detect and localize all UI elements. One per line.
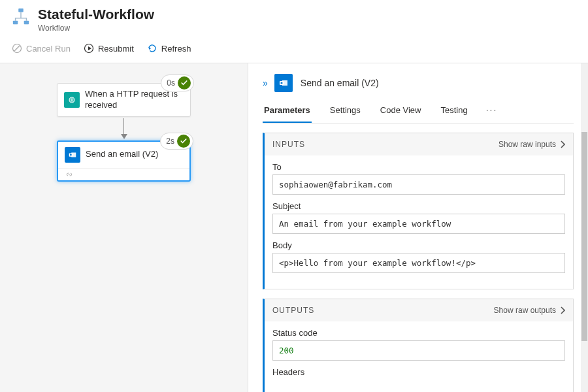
cancel-run-button: Cancel Run bbox=[7, 41, 76, 56]
status-code-value: 200 bbox=[272, 340, 565, 361]
resubmit-icon bbox=[84, 43, 94, 54]
scrollbar-thumb[interactable] bbox=[581, 132, 587, 341]
show-raw-inputs-button[interactable]: Show raw inputs bbox=[498, 140, 565, 149]
status-code-label: Status code bbox=[272, 328, 565, 338]
node-label: Send an email (V2) bbox=[86, 149, 158, 160]
svg-rect-1 bbox=[13, 21, 18, 25]
chevron-right-icon bbox=[560, 306, 565, 314]
cancel-icon bbox=[12, 43, 22, 54]
workflow-icon bbox=[10, 7, 31, 27]
tab-bar: Parameters Settings Code View Testing ··… bbox=[263, 101, 574, 123]
outputs-title: OUTPUTS bbox=[272, 306, 314, 315]
tab-code-view[interactable]: Code View bbox=[379, 101, 423, 123]
action-node-send-email[interactable]: 2s Send an email (V2) bbox=[57, 140, 191, 182]
svg-point-14 bbox=[280, 82, 282, 84]
link-icon bbox=[65, 171, 183, 178]
body-value: <p>Hello from your example workflow!</p> bbox=[272, 253, 565, 273]
refresh-icon bbox=[147, 43, 157, 54]
detail-title: Send an email (V2) bbox=[301, 78, 379, 88]
success-icon bbox=[177, 135, 190, 148]
body-label: Body bbox=[272, 240, 565, 250]
show-raw-outputs-button[interactable]: Show raw outputs bbox=[494, 306, 565, 315]
toolbar: Cancel Run Resubmit Refresh bbox=[0, 37, 588, 63]
tab-testing[interactable]: Testing bbox=[439, 101, 468, 123]
refresh-button[interactable]: Refresh bbox=[142, 41, 197, 56]
outlook-icon bbox=[274, 74, 293, 92]
trigger-node[interactable]: 0s When a HTTP request is received bbox=[57, 83, 191, 117]
page-subtitle: Workflow bbox=[38, 24, 154, 33]
to-value: sophiaowen@fabrikam.com bbox=[272, 174, 565, 195]
svg-rect-0 bbox=[18, 8, 24, 12]
chevron-right-icon bbox=[560, 140, 565, 148]
tab-overflow-icon[interactable]: ··· bbox=[486, 105, 498, 120]
svg-point-11 bbox=[70, 154, 72, 155]
subject-value: An email from your example workflow bbox=[272, 214, 565, 234]
tab-settings[interactable]: Settings bbox=[329, 101, 362, 123]
subject-label: Subject bbox=[272, 201, 565, 211]
node-label: When a HTTP request is received bbox=[85, 89, 184, 111]
scrollbar[interactable] bbox=[581, 63, 588, 392]
outlook-icon bbox=[65, 147, 80, 163]
success-icon bbox=[178, 76, 191, 90]
node-footer bbox=[58, 168, 189, 180]
page-title: Stateful-Workflow bbox=[38, 7, 154, 22]
svg-marker-7 bbox=[149, 47, 151, 50]
status-badge: 2s bbox=[160, 133, 193, 150]
collapse-icon[interactable]: » bbox=[263, 78, 267, 88]
svg-line-4 bbox=[14, 46, 20, 51]
workflow-canvas[interactable]: 0s When a HTTP request is received bbox=[0, 63, 248, 392]
detail-pane: » Send an email (V2) Parameters Settings… bbox=[248, 63, 588, 392]
http-trigger-icon bbox=[64, 92, 80, 108]
svg-rect-2 bbox=[24, 21, 29, 25]
tab-parameters[interactable]: Parameters bbox=[263, 101, 312, 123]
svg-marker-6 bbox=[88, 46, 91, 50]
inputs-panel: INPUTS Show raw inputs To sophiaowen@fab… bbox=[263, 133, 574, 289]
page-header: Stateful-Workflow Workflow bbox=[0, 0, 588, 37]
inputs-title: INPUTS bbox=[272, 140, 305, 149]
to-label: To bbox=[272, 162, 565, 172]
outputs-panel: OUTPUTS Show raw outputs Status code 200… bbox=[263, 299, 574, 392]
resubmit-button[interactable]: Resubmit bbox=[78, 41, 139, 56]
headers-label: Headers bbox=[272, 367, 565, 377]
status-badge: 0s bbox=[161, 74, 194, 91]
